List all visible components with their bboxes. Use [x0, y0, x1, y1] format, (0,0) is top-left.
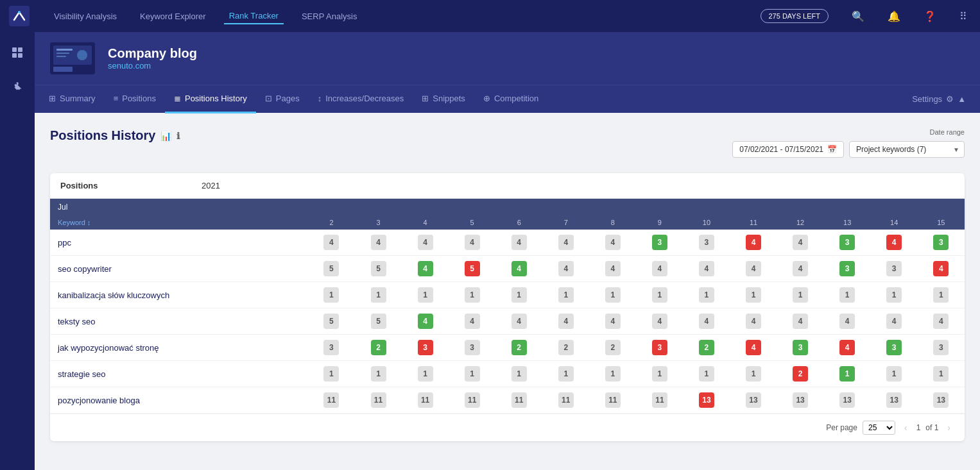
- keyword-cell[interactable]: ppc: [50, 230, 308, 256]
- project-thumbnail: [50, 42, 95, 74]
- position-cell: 3: [402, 335, 449, 361]
- date-col-6: 6: [495, 215, 542, 230]
- subnav-pages[interactable]: ⊡ Pages: [256, 85, 309, 113]
- sub-navigation: ⊞ Summary ≡ Positions ≣ Positions Histor…: [35, 85, 980, 113]
- position-cell: 5: [355, 256, 402, 282]
- prev-page-button[interactable]: ‹: [900, 421, 911, 434]
- sidebar-icon-grid[interactable]: [6, 41, 29, 64]
- per-page-select[interactable]: 25 50 100: [863, 421, 895, 435]
- nav-serp[interactable]: SERP Analysis: [297, 9, 362, 24]
- position-cell: 4: [636, 256, 683, 282]
- position-cell: 1: [449, 361, 495, 387]
- calendar-icon: 📅: [827, 145, 837, 154]
- date-col-10: 10: [683, 215, 730, 230]
- table-row: strategie seo11111111112111: [50, 361, 965, 387]
- position-cell: 3: [636, 335, 683, 361]
- position-cell: 1: [730, 282, 777, 308]
- position-cell: 11: [355, 387, 402, 414]
- left-sidebar: [0, 32, 35, 470]
- subnav-summary[interactable]: ⊞ Summary: [40, 85, 105, 113]
- position-cell: 1: [871, 361, 918, 387]
- position-cell: 4: [918, 256, 965, 282]
- info-icon[interactable]: ℹ: [176, 131, 180, 141]
- of-page: of 1: [925, 423, 938, 432]
- date-col-2: 2: [308, 215, 355, 230]
- next-page-button[interactable]: ›: [943, 421, 954, 434]
- position-cell: 4: [730, 256, 777, 282]
- keyword-cell[interactable]: jak wypozycjonować stronę: [50, 335, 308, 361]
- page-title: Positions History 📊 ℹ: [50, 128, 180, 143]
- date-col-13: 13: [824, 215, 871, 230]
- keyword-col-header[interactable]: Keyword ↕: [50, 215, 308, 230]
- subnav-increases[interactable]: ↕ Increases/Decreases: [309, 85, 413, 113]
- position-cell: 1: [308, 361, 355, 387]
- date-col-12: 12: [777, 215, 824, 230]
- month-label: Jul: [50, 199, 308, 215]
- position-cell: 13: [683, 387, 730, 414]
- search-button[interactable]: 🔍: [847, 8, 870, 25]
- pagination-row: Per page 25 50 100 ‹ 1 of 1 ›: [50, 414, 965, 441]
- position-cell: 3: [871, 335, 918, 361]
- notifications-button[interactable]: 🔔: [882, 8, 906, 25]
- date-header-row: Keyword ↕ 2 3 4 5 6 7 8 9 10 11 12 13: [50, 215, 965, 230]
- date-col-11: 11: [730, 215, 777, 230]
- position-cell: 3: [449, 335, 495, 361]
- position-cell: 4: [402, 308, 449, 335]
- position-cell: 1: [495, 282, 542, 308]
- svg-rect-8: [53, 67, 73, 72]
- position-cell: 2: [542, 335, 589, 361]
- project-header: Company blog senuto.com: [35, 32, 980, 85]
- keyword-cell[interactable]: strategie seo: [50, 361, 308, 387]
- subnav-snippets[interactable]: ⊞ Snippets: [413, 85, 474, 113]
- position-cell: 4: [824, 308, 871, 335]
- subnav-positions-history[interactable]: ≣ Positions History: [165, 85, 256, 113]
- settings-button[interactable]: Settings ⚙ ▲: [903, 85, 975, 113]
- position-cell: 11: [636, 387, 683, 414]
- position-cell: 1: [871, 282, 918, 308]
- svg-rect-0: [12, 47, 17, 52]
- position-cell: 11: [542, 387, 589, 414]
- position-cell: 3: [918, 335, 965, 361]
- settings-icon: ⚙: [946, 94, 954, 104]
- help-button[interactable]: ❓: [918, 8, 941, 25]
- position-cell: 4: [495, 256, 542, 282]
- position-cell: 3: [824, 256, 871, 282]
- table-body: ppc44444443344343seo copywriter554544444…: [50, 230, 965, 414]
- position-cell: 1: [636, 361, 683, 387]
- svg-rect-3: [18, 53, 22, 58]
- position-cell: 11: [449, 387, 495, 414]
- date-col-8: 8: [589, 215, 636, 230]
- keyword-cell[interactable]: teksty seo: [50, 308, 308, 335]
- table-row: kanibalizacja słów kluczowych11111111111…: [50, 282, 965, 308]
- date-range-input[interactable]: 07/02/2021 - 07/15/2021 📅: [732, 141, 844, 158]
- subnav-competition[interactable]: ⊕ Competition: [474, 85, 547, 113]
- sidebar-icon-tool[interactable]: [6, 74, 29, 97]
- position-cell: 1: [589, 361, 636, 387]
- position-cell: 2: [495, 335, 542, 361]
- position-cell: 3: [777, 335, 824, 361]
- project-url[interactable]: senuto.com: [108, 61, 151, 71]
- keyword-cell[interactable]: pozycjonowanie bloga: [50, 387, 308, 414]
- app-logo[interactable]: [8, 4, 31, 28]
- positions-table-container: Positions 2021 Jul Keyword ↕ 2 3 4: [50, 173, 965, 441]
- month-header-row: Jul: [50, 199, 965, 215]
- summary-icon: ⊞: [49, 94, 56, 103]
- position-cell: 5: [308, 256, 355, 282]
- keyword-filter-wrapper: Project keywords (7): [849, 141, 965, 158]
- subnav-positions[interactable]: ≡ Positions: [105, 85, 165, 113]
- competition-icon: ⊕: [483, 94, 490, 103]
- apps-button[interactable]: ⠿: [954, 8, 972, 25]
- keyword-cell[interactable]: kanibalizacja słów kluczowych: [50, 282, 308, 308]
- data-table: Jul Keyword ↕ 2 3 4 5 6 7 8 9: [50, 199, 965, 414]
- date-col-4: 4: [402, 215, 449, 230]
- nav-keyword[interactable]: Keyword Explorer: [135, 9, 211, 24]
- position-cell: 4: [495, 308, 542, 335]
- keyword-cell[interactable]: seo copywriter: [50, 256, 308, 282]
- position-cell: 1: [308, 282, 355, 308]
- position-cell: 4: [402, 230, 449, 256]
- nav-visibility[interactable]: Visibility Analysis: [49, 9, 122, 24]
- date-col-9: 9: [636, 215, 683, 230]
- nav-rank[interactable]: Rank Tracker: [224, 8, 284, 24]
- keyword-filter-select[interactable]: Project keywords (7): [849, 141, 965, 158]
- date-range-box: 07/02/2021 - 07/15/2021 📅 Project keywor…: [732, 141, 965, 158]
